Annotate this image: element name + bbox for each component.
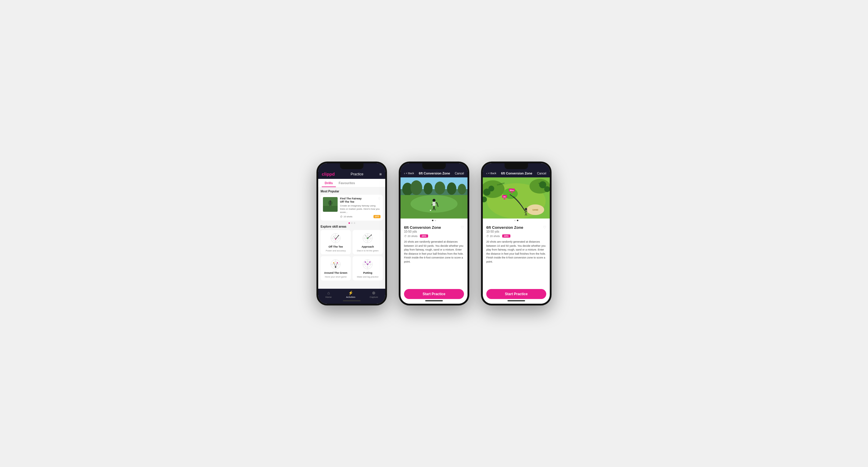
tab-drills[interactable]: Drills	[322, 179, 336, 187]
phone-1: clippd Practice ≡ Drills Favourites Most…	[316, 162, 387, 305]
cancel-button[interactable]: Cancel	[455, 172, 464, 175]
dot-1	[514, 220, 516, 221]
drill-range: 10-50 yds	[404, 230, 441, 233]
skill-name-ott: Off The Tee	[329, 245, 343, 248]
skill-grid: Off The Tee Power and accuracy	[320, 230, 383, 280]
bottom-nav: ⌂ Home ⚡ Activities ⊕ Capture	[318, 289, 385, 304]
dot-2	[435, 220, 436, 221]
skill-desc-atg: Hone your short game	[325, 275, 346, 278]
explore-label: Explore skill areas	[320, 225, 383, 228]
phone-notch	[340, 163, 364, 169]
nav-home-label: Home	[325, 296, 332, 298]
svg-point-51	[410, 180, 422, 195]
nav-activities[interactable]: ⚡ Activities	[346, 291, 355, 298]
dot-2	[517, 220, 518, 221]
shots-label-3: ⏱ 20 shots	[486, 235, 500, 238]
svg-point-3	[330, 201, 331, 202]
nav-activities-label: Activities	[346, 296, 355, 298]
dot-2	[351, 222, 352, 224]
image-dots	[401, 219, 467, 222]
phone-2: ‹ < Back 6ft Conversion Zone Cancel	[399, 162, 469, 305]
dot-3	[354, 222, 355, 224]
clock-icon: ⏱	[340, 215, 343, 218]
p1-content: Most Popular	[318, 188, 385, 289]
clock-icon-3: ⏱	[486, 235, 489, 238]
svg-point-84	[525, 208, 527, 210]
svg-rect-1	[323, 206, 338, 212]
svg-point-27	[365, 235, 366, 236]
back-button[interactable]: ‹ < Back	[404, 172, 414, 175]
skill-desc-approach: Dial-in to hit the green	[357, 249, 378, 252]
svg-rect-66	[433, 202, 435, 206]
phone-notch-3	[504, 163, 528, 169]
nav-capture[interactable]: ⊕ Capture	[370, 291, 378, 298]
carousel-dots	[320, 222, 383, 224]
phone-1-screen: clippd Practice ≡ Drills Favourites Most…	[318, 163, 385, 304]
phone-3-screen: ‹ < Back 6ft Conversion Zone Cancel	[483, 163, 550, 304]
capture-icon: ⊕	[372, 291, 375, 295]
drill-image-map: Miss Hit SAND	[483, 177, 550, 219]
drill-info: 6ft Conversion Zone 10-50 yds ♡ ⏱ 20 sho…	[401, 222, 467, 286]
image-dots-3	[483, 219, 550, 222]
home-icon: ⌂	[327, 291, 330, 295]
drill-badge-3: ARG	[502, 234, 510, 238]
p2-content: 6ft Conversion Zone 10-50 yds ♡ ⏱ 20 sho…	[401, 177, 467, 304]
start-practice-button[interactable]: Start Practice	[404, 289, 464, 299]
drill-meta: ⏱ 20 shots ARG	[404, 234, 464, 238]
p3-content: Miss Hit SAND	[483, 177, 550, 304]
skill-name-atg: Around The Green	[324, 271, 347, 274]
svg-point-53	[435, 181, 445, 194]
svg-text:Hit: Hit	[503, 196, 506, 198]
p1-tabs: Drills Favourites	[318, 179, 385, 188]
svg-text:SAND: SAND	[532, 209, 538, 211]
nav-capture-label: Capture	[370, 296, 378, 298]
home-indicator	[343, 300, 361, 301]
svg-point-54	[447, 182, 456, 195]
around-green-icon	[329, 259, 343, 270]
approach-icon	[361, 232, 375, 244]
skill-desc-putting: Make and lag practice	[357, 275, 378, 278]
drill-image-photo	[401, 177, 467, 219]
nav-home[interactable]: ⌂ Home	[325, 291, 332, 298]
start-practice-button-3[interactable]: Start Practice	[486, 289, 546, 299]
home-indicator-3	[507, 300, 525, 301]
card-description: Create an imaginary fairway using trees …	[340, 204, 380, 214]
clock-icon: ⏱	[404, 235, 407, 238]
svg-point-25	[371, 235, 372, 236]
skill-putting[interactable]: Putting Make and lag practice	[352, 256, 383, 280]
featured-drill-card[interactable]: Find The Fairway Off The Tee Create an i…	[320, 195, 383, 221]
skill-name-putting: Putting	[363, 271, 372, 274]
p1-logo: clippd	[322, 171, 335, 176]
favourite-icon[interactable]: ♡	[378, 197, 380, 200]
chevron-left-icon: ‹	[486, 172, 487, 175]
favourite-icon[interactable]: ♡	[461, 225, 464, 229]
back-button-3[interactable]: ‹ < Back	[486, 172, 496, 175]
svg-text:Miss: Miss	[510, 190, 514, 191]
shots-label: ⏱ 20 shots	[404, 235, 417, 238]
card-image	[323, 197, 338, 212]
cancel-button-3[interactable]: Cancel	[537, 172, 546, 175]
card-title: Find The Fairway	[340, 197, 380, 200]
home-indicator-2	[425, 300, 443, 301]
favourite-icon-3[interactable]: ♡	[543, 225, 546, 229]
svg-point-58	[433, 199, 435, 202]
tab-favourites[interactable]: Favourites	[336, 179, 358, 187]
drill-badge: ARG	[420, 234, 428, 238]
skill-around-green[interactable]: Around The Green Hone your short game	[320, 256, 351, 280]
card-footer: ⏱ 10 shots OTT	[340, 215, 380, 218]
svg-point-16	[338, 235, 339, 236]
svg-line-15	[336, 236, 339, 239]
hamburger-icon[interactable]: ≡	[379, 172, 382, 176]
drill-description-3: 20 shots are randomly generated at dista…	[486, 240, 546, 264]
phone-3: ‹ < Back 6ft Conversion Zone Cancel	[481, 162, 552, 305]
skill-approach[interactable]: Approach Dial-in to hit the green	[352, 230, 383, 254]
dot-1	[348, 222, 350, 224]
drill-meta-3: ⏱ 20 shots ARG	[486, 234, 546, 238]
drill-title-3: 6ft Conversion Zone	[486, 225, 523, 230]
off-tee-icon	[329, 232, 343, 244]
skill-off-the-tee[interactable]: Off The Tee Power and accuracy	[320, 230, 351, 254]
card-shots: ⏱ 10 shots	[340, 215, 352, 218]
card-badge: OTT	[373, 215, 380, 218]
svg-point-55	[458, 184, 466, 194]
chevron-left-icon: ‹	[404, 172, 405, 175]
